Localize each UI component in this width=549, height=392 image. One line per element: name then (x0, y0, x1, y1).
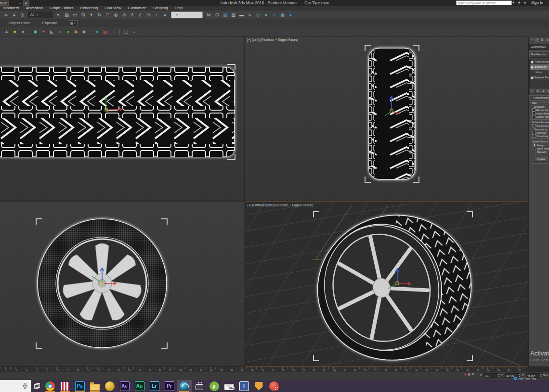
viewport-label[interactable]: [+] [Orthographic] [Realistic + Edged Fa… (248, 203, 313, 207)
menu-customize[interactable]: Customize (125, 6, 150, 11)
use-pivot-center-icon[interactable]: ◎ (112, 12, 119, 18)
visibility-bulb-icon[interactable] (531, 66, 534, 69)
chrome-icon[interactable] (42, 380, 57, 392)
rendered-frame-window-icon[interactable]: ▣ (279, 12, 286, 18)
x-coord-field[interactable] (484, 373, 499, 378)
wedge-icon[interactable]: ◣ (48, 28, 55, 35)
z-spinner[interactable] (540, 373, 542, 378)
schematic-view-icon[interactable]: ◇ (254, 12, 261, 18)
object-name-field[interactable]: Cylinder002 (529, 44, 549, 50)
checkbox-explicit-normals[interactable] (532, 115, 536, 118)
checkbox-smoothing-groups[interactable] (532, 134, 536, 138)
checkbox-smooth-result[interactable]: ✓ (532, 124, 536, 127)
viewport-label[interactable]: [+] [Left] [Realistic + Edged Faces] (247, 38, 299, 41)
help-search-input[interactable] (456, 0, 512, 5)
cone-icon[interactable]: ▲ (3, 28, 10, 35)
checkbox-materials[interactable] (532, 131, 536, 134)
ring-icon[interactable]: ○ (131, 28, 138, 35)
red-cross-icon[interactable]: + (40, 28, 47, 35)
radio-when-rendering[interactable] (533, 147, 536, 150)
clipboard-icon[interactable]: ▤ (102, 28, 109, 35)
select-and-scale-icon[interactable]: □ (104, 12, 111, 18)
modifier-stack-item[interactable]: TurboSmooth (530, 59, 549, 64)
viewport-top-left[interactable] (0, 37, 244, 201)
audition-icon[interactable]: Au (132, 380, 147, 392)
mail-icon[interactable]: 99+ (222, 380, 236, 392)
menu-help[interactable]: Help (171, 6, 186, 11)
red-notification-app-icon[interactable] (266, 380, 281, 392)
make-unique-button[interactable]: ∨ (541, 89, 546, 94)
tyre-object-front[interactable] (0, 67, 235, 157)
viewport-orthographic[interactable]: [+] [Orthographic] [Realistic + Edged Fa… (245, 202, 528, 367)
menu-animation[interactable]: Animation (22, 6, 46, 11)
lightroom-icon[interactable]: Lr (147, 380, 162, 392)
menu-scripting[interactable]: Scripting (150, 6, 171, 11)
sphere-olive-icon[interactable]: ● (19, 28, 26, 35)
render-setup-icon[interactable]: ☼ (271, 12, 278, 18)
sphere-dark-icon[interactable]: ● (110, 28, 117, 35)
select-and-rotate-icon[interactable]: ↻ (96, 12, 103, 18)
align-icon[interactable]: ⊟ (213, 12, 221, 18)
modifier-stack-item[interactable]: Mirror (530, 70, 549, 75)
ribbon-toggle-icon[interactable]: ▬ (238, 12, 245, 18)
gem-icon[interactable]: ◆ (32, 28, 39, 35)
create-tab[interactable]: + (529, 38, 534, 42)
sign-in-button[interactable]: Sign In (531, 0, 543, 6)
modifier-stack-item[interactable]: Editable Poly (530, 75, 549, 80)
tyre-object-perspective[interactable] (302, 202, 487, 366)
popcorn-time-icon[interactable] (57, 380, 72, 392)
cortana-search-box[interactable] (0, 380, 31, 392)
remove-modifier-button[interactable]: ▭ (547, 89, 549, 94)
bind-to-space-warp-icon[interactable]: § (19, 12, 26, 18)
tyre-object-left[interactable] (369, 48, 415, 179)
photoshop-icon[interactable]: Ps (72, 380, 87, 392)
viewport-left-view[interactable]: [+] [Left] [Realistic + Edged Faces] (245, 37, 528, 201)
menu-modifiers[interactable]: Modifiers (0, 6, 22, 11)
spinner-snap-icon[interactable]: ↕ (153, 12, 160, 18)
snaps-toggle-icon[interactable]: 3 (129, 12, 136, 18)
modifier-stack-item[interactable]: Symmetry (530, 64, 549, 70)
ribbon-tab-populate[interactable]: Populate (42, 19, 58, 27)
facebook-icon[interactable]: f (236, 380, 251, 392)
community-icon[interactable]: ✦ (510, 0, 516, 6)
menu-graph-editors[interactable]: Graph Editors (46, 6, 77, 11)
mirror-icon[interactable]: M (205, 12, 212, 18)
select-and-move-icon[interactable]: + (88, 12, 95, 18)
after-effects-icon[interactable]: Ae (117, 380, 132, 392)
sphere-green-icon[interactable]: ● (65, 28, 72, 35)
rollout-header[interactable]: – TurboSmooth (529, 95, 549, 101)
unlink-selection-icon[interactable]: ≠ (11, 12, 18, 18)
x-spinner[interactable] (497, 373, 499, 378)
show-end-result-button[interactable]: ‖ (535, 89, 540, 94)
ribbon-tab-object-paint[interactable]: Object Paint (9, 19, 30, 27)
select-and-link-icon[interactable]: ∞ (2, 12, 10, 18)
modify-tab[interactable]: ◔ (535, 38, 539, 42)
3ds-max-taskbar-icon[interactable] (177, 380, 192, 392)
yellow-ball-app-icon[interactable] (102, 380, 117, 392)
select-and-manipulate-icon[interactable]: ⊕ (120, 12, 128, 18)
microphone-icon[interactable] (23, 383, 27, 389)
utorrent-icon[interactable]: µ (207, 380, 222, 392)
select-by-name-icon[interactable]: ▤ (63, 12, 70, 18)
named-selection-sets-combo[interactable]: ▼ (171, 12, 203, 18)
selection-filter-combo[interactable]: All▼ (28, 12, 52, 18)
radio-manually[interactable] (533, 150, 536, 153)
tyre-object-wheel[interactable] (38, 219, 167, 348)
checkbox-render-iters[interactable] (532, 108, 536, 112)
selection-lock-icon[interactable]: ▣ (467, 372, 471, 376)
sun-light-icon[interactable]: ● (11, 28, 18, 35)
auto-key-icon[interactable]: ▮ (463, 372, 467, 376)
update-button[interactable]: Update (534, 157, 549, 162)
percent-snap-icon[interactable]: % (145, 12, 152, 18)
modifier-list-dropdown[interactable]: Modifier List (529, 51, 549, 58)
ribbon-config-icon[interactable]: ▦ ▾ (68, 20, 78, 26)
edit-named-selections-icon[interactable]: ≡ (161, 12, 169, 18)
favorites-star-icon[interactable]: ★ (516, 0, 522, 6)
motion-tab[interactable]: ◎ (545, 38, 549, 42)
arrow-brown-icon[interactable]: ▶ (73, 28, 80, 35)
arrow-gray-icon[interactable]: ▶ (81, 28, 88, 35)
material-editor-icon[interactable]: ● (262, 12, 270, 18)
file-explorer-icon[interactable] (87, 380, 102, 392)
angle-snap-icon[interactable]: ∠ (137, 12, 144, 18)
layer-explorer-icon[interactable]: ▥ (230, 12, 237, 18)
